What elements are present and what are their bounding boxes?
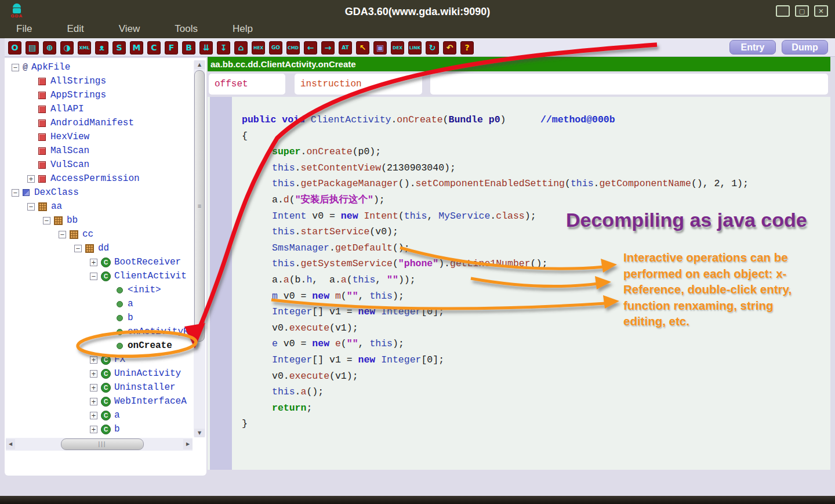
tree-item-webinterfacea[interactable]: +CWebInterfaceA [6,394,193,408]
save-icon[interactable]: ▤ [26,41,39,55]
forward-icon[interactable]: → [321,41,335,55]
expand-toggle[interactable]: + [90,259,97,266]
dialog-book-icon[interactable]: ▣ [373,41,387,55]
tree-item-hexview[interactable]: HexView [6,130,193,144]
classes-icon[interactable]: C [147,41,161,55]
scroll-down-arrow[interactable]: ▼ [194,429,205,437]
vertical-scroll-thumb[interactable]: ≡ [194,70,205,342]
code-line-2[interactable]: { [234,128,830,144]
collapse-toggle[interactable]: − [43,217,50,224]
dex-icon[interactable]: DEX [391,41,404,55]
tree-vertical-scrollbar[interactable]: ▲ ≡ ▼ [194,60,205,437]
expand-toggle[interactable]: + [90,412,97,419]
tree-item-b[interactable]: +Cb [6,422,193,436]
tree-item-androidmanifest[interactable]: AndroidManifest [6,116,193,130]
library-icon[interactable]: ⌂ [234,41,248,55]
expand-toggle[interactable]: + [27,175,35,183]
expand-toggle[interactable]: + [90,384,97,391]
tree-item-accesspermission[interactable]: +AccessPermission [6,172,193,186]
tree-item-allapi[interactable]: AllAPI [6,102,193,116]
close-button[interactable]: × [814,5,828,17]
collapse-toggle[interactable]: − [12,64,19,71]
expand-toggle[interactable]: + [90,370,97,378]
tree-item-uninstaller[interactable]: +CUninstaller [6,380,193,394]
tree-item-b[interactable]: b [6,311,193,325]
tree-item-fx[interactable]: +CFX [6,353,193,367]
refresh-icon[interactable]: ↻ [426,41,439,55]
tree-item-apkfile[interactable]: −@ApkFile [6,60,193,74]
code-line-18[interactable]: this.a(); [234,384,830,400]
tree-item-clientactivit[interactable]: −CClientActivit [6,269,193,283]
tree-item-uninactivity[interactable]: +CUninActivity [6,367,193,380]
dump-button[interactable]: Dump [782,40,828,55]
collapse-toggle[interactable]: − [12,189,19,197]
collapse-toggle[interactable]: − [59,231,66,238]
tree-item-appstrings[interactable]: AppStrings [6,88,193,102]
code-line-6[interactable]: a.d("安装后执行这个"); [234,192,830,208]
tree-item-a[interactable]: +Ca [6,408,193,422]
code-line-20[interactable]: } [234,416,830,432]
tree-item-bootreceiver[interactable]: +CBootReceiver [6,255,193,269]
hex-icon[interactable]: HEX [252,41,265,55]
scroll-right-arrow[interactable]: ▶ [183,439,193,449]
menu-file[interactable]: File [13,22,35,36]
code-line-16[interactable]: Integer[] v1 = new Integer[0]; [234,352,830,368]
link-icon[interactable]: LINK [408,41,422,55]
cursor-star-icon[interactable]: ↖ [356,41,369,55]
collapse-toggle[interactable]: − [90,273,97,280]
collapse-toggle[interactable]: − [74,245,82,252]
toggle-view-icon[interactable]: ◑ [60,41,74,55]
tree-item-vulscan[interactable]: VulScan [6,158,193,172]
tree-horizontal-scrollbar[interactable]: ◀ ||| ▶ [6,438,193,451]
search-icon[interactable]: ⊕ [43,41,56,55]
horizontal-scroll-thumb[interactable]: ||| [61,438,144,450]
expand-toggle[interactable]: + [90,356,97,364]
tree-item-init[interactable]: <init> [6,283,193,297]
tree-item-onactivityr[interactable]: onActivityR [6,325,193,339]
code-line-1[interactable]: public void ClientActivity.onCreate(Bund… [234,112,830,128]
menu-help[interactable]: Help [229,22,256,36]
code-line-3[interactable]: super.onCreate(p0); [234,144,830,160]
undo-icon[interactable]: ↶ [443,41,456,55]
fields-icon[interactable]: F [165,41,178,55]
tree-item-cc[interactable]: −cc [6,227,193,241]
tree-item-aa[interactable]: −aa [6,200,193,213]
tree-item-allstrings[interactable]: AllStrings [6,74,193,88]
code-line-5[interactable]: this.getPackageManager().setComponentEna… [234,176,830,192]
strings-icon[interactable]: S [112,41,126,55]
export-down-icon[interactable]: ↧ [217,41,230,55]
code-line-4[interactable]: this.setContentView(2130903040); [234,160,830,176]
entry-button[interactable]: Entry [729,40,776,55]
methods-icon[interactable]: M [130,41,143,55]
open-icon[interactable]: O [8,41,21,55]
tree-item-label: onActivityR [128,327,189,337]
code-line-15[interactable]: e v0 = new e("", this); [234,336,830,352]
back-icon[interactable]: ← [304,41,317,55]
xml-icon[interactable]: XML [78,41,91,55]
tree-item-dd[interactable]: −dd [6,241,193,255]
menu-edit[interactable]: Edit [63,22,87,36]
tree-item-bb[interactable]: −bb [6,213,193,227]
tree-item-malscan[interactable]: MalScan [6,144,193,158]
tree-item-oncreate[interactable]: onCreate [6,339,193,353]
scroll-left-arrow[interactable]: ◀ [6,439,15,449]
cmd-icon[interactable]: CMD [286,41,300,55]
goto-icon[interactable]: GO [269,41,282,55]
expand-toggle[interactable]: + [90,426,97,433]
collapse-toggle[interactable]: − [27,203,35,211]
scroll-up-arrow[interactable]: ▲ [194,60,205,69]
import-down-icon[interactable]: ⇊ [199,41,213,55]
minimize-button[interactable]: ▁ [776,5,790,17]
at-icon[interactable]: AT [339,41,352,55]
expand-toggle[interactable]: + [90,398,97,405]
android-manifest-icon[interactable]: ᴥ [95,41,108,55]
menu-view[interactable]: View [115,22,144,36]
code-line-19[interactable]: return; [234,400,830,416]
code-line-17[interactable]: v0.execute(v1); [234,368,830,385]
tree-item-dexclass[interactable]: −DexClass [6,186,193,200]
tree-item-a[interactable]: a [6,297,193,311]
maximize-button[interactable]: ▢ [795,5,809,17]
menu-tools[interactable]: Tools [171,22,201,36]
help-icon[interactable]: ? [460,41,474,55]
bytecode-icon[interactable]: B [182,41,195,55]
